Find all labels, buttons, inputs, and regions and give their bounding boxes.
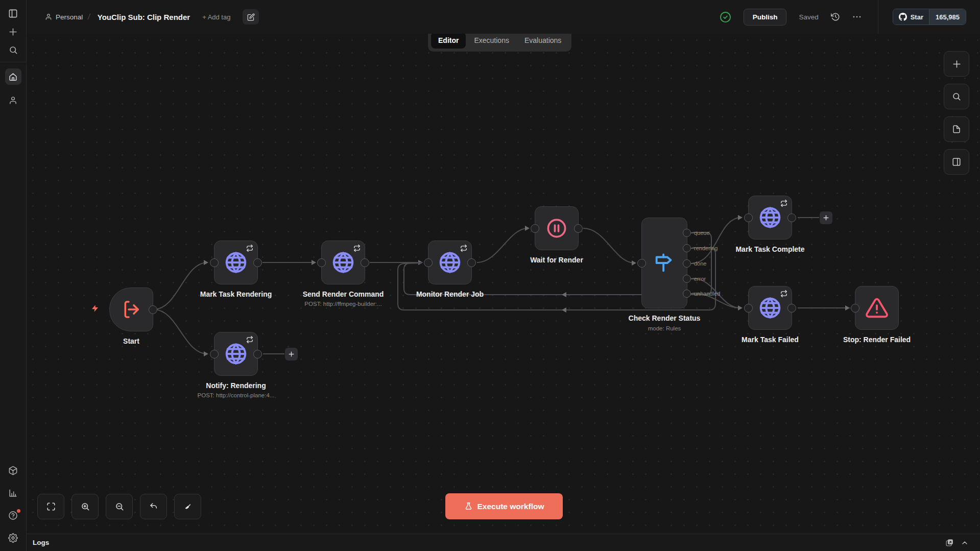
input-port[interactable] — [851, 304, 859, 313]
output-port-rendering[interactable]: rendering — [683, 244, 718, 252]
workspace-crumb[interactable]: Personal — [45, 13, 83, 21]
edge-start-to-mark-rendering[interactable] — [154, 262, 207, 309]
file-icon — [952, 125, 961, 134]
port-dot[interactable] — [683, 244, 691, 252]
node-mark-task-complete[interactable]: Mark Task Complete — [748, 196, 792, 239]
zoom-to-fit-button[interactable] — [37, 494, 64, 519]
input-port[interactable] — [531, 224, 539, 233]
add-node-button[interactable] — [820, 211, 832, 224]
output-port[interactable] — [574, 224, 583, 233]
create-new-button[interactable] — [8, 27, 18, 37]
node-start[interactable]: Start — [109, 288, 153, 331]
node-monitor-render-job[interactable]: Monitor Render Job — [428, 241, 472, 284]
bar-chart-icon — [8, 488, 18, 498]
sidebar-item-help[interactable] — [8, 511, 18, 520]
left-sidebar — [0, 0, 27, 551]
add-node-button[interactable] — [285, 348, 298, 361]
publish-button[interactable]: Publish — [744, 9, 787, 26]
input-port[interactable] — [210, 350, 219, 358]
node-notify-rendering[interactable]: Notify: Rendering POST: http://control-p… — [214, 332, 258, 376]
output-port[interactable] — [253, 258, 262, 267]
breadcrumb: Personal / YouClip Sub: Clip Render + Ad… — [27, 9, 259, 25]
output-port-queue[interactable]: queue — [683, 229, 710, 237]
input-port[interactable] — [424, 258, 433, 267]
sidebar-item-templates[interactable] — [8, 466, 18, 475]
sticky-note-button[interactable] — [944, 116, 969, 142]
output-label: rendering — [694, 245, 718, 251]
output-label: unhandled — [694, 291, 720, 297]
sidebar-item-home[interactable] — [5, 68, 21, 85]
output-port-done[interactable]: done — [683, 259, 706, 268]
retry-icon — [780, 200, 787, 207]
output-port[interactable] — [467, 258, 476, 267]
edge-arrow — [204, 260, 208, 265]
node-wait-for-render[interactable]: Wait for Render — [535, 206, 579, 250]
output-port[interactable] — [787, 213, 796, 222]
undo-button[interactable] — [140, 494, 167, 519]
open-logs-window-icon[interactable] — [945, 538, 954, 547]
output-port[interactable] — [361, 258, 369, 267]
port-dot[interactable] — [683, 290, 691, 298]
port-dot[interactable] — [683, 275, 691, 283]
toggle-panel-button[interactable] — [944, 149, 969, 175]
node-check-render-status[interactable]: queue rendering done error unhandled Che… — [641, 218, 687, 308]
node-stop-render-failed[interactable]: Stop: Render Failed — [855, 286, 899, 330]
plus-icon — [823, 214, 829, 221]
tab-editor[interactable]: Editor — [431, 32, 466, 49]
output-port-unhandled[interactable]: unhandled — [683, 290, 720, 298]
edge-arrow — [525, 226, 530, 231]
tidy-up-button[interactable] — [174, 494, 201, 519]
more-options-icon[interactable] — [852, 12, 862, 21]
edges-layer — [0, 0, 980, 551]
tab-executions[interactable]: Executions — [467, 32, 516, 49]
input-port[interactable] — [637, 259, 646, 268]
history-icon[interactable] — [831, 12, 840, 21]
node-send-render-command[interactable]: Send Render Command POST: http://ffmpeg-… — [321, 241, 365, 284]
sidebar-toggle-button[interactable] — [8, 9, 18, 18]
plus-icon — [952, 59, 962, 69]
sidebar-item-personal[interactable] — [9, 96, 17, 105]
canvas-bottom-toolbar — [37, 494, 201, 519]
zoom-out-button[interactable] — [106, 494, 133, 519]
github-star-button[interactable]: Star 165,985 — [893, 9, 966, 25]
node-label: Monitor Render Job — [416, 290, 484, 298]
output-port-error[interactable]: error — [683, 275, 706, 283]
input-port[interactable] — [210, 258, 219, 267]
node-search-button[interactable] — [944, 84, 969, 109]
tab-evaluations[interactable]: Evaluations — [517, 32, 568, 49]
sidebar-item-insights[interactable] — [8, 488, 18, 498]
node-label: Wait for Render — [530, 256, 583, 264]
edge-wait-to-check[interactable] — [583, 228, 635, 263]
logs-panel-header[interactable]: Logs — [27, 534, 980, 551]
add-tag-button[interactable]: + Add tag — [202, 13, 230, 21]
output-port[interactable] — [253, 350, 262, 358]
edge-done-to-complete[interactable] — [692, 218, 741, 263]
workflow-title[interactable]: YouClip Sub: Clip Render — [98, 13, 190, 21]
edge-arrow — [312, 260, 316, 265]
port-dot[interactable] — [683, 259, 691, 268]
retry-icon — [246, 245, 253, 252]
zoom-in-button[interactable] — [71, 494, 99, 519]
port-dot[interactable] — [683, 229, 691, 237]
search-button[interactable] — [9, 45, 18, 55]
globe-icon — [758, 206, 782, 229]
panel-left-icon — [8, 9, 18, 18]
output-port[interactable] — [149, 305, 157, 314]
add-node-panel-button[interactable] — [944, 51, 969, 77]
edge-monitor-to-wait[interactable] — [477, 228, 528, 262]
output-port[interactable] — [787, 304, 796, 313]
node-mark-task-failed[interactable]: Mark Task Failed — [748, 286, 792, 330]
github-star-label: Star — [911, 13, 923, 21]
input-port[interactable] — [317, 258, 326, 267]
rename-workflow-button[interactable] — [243, 9, 259, 25]
sidebar-item-settings[interactable] — [8, 533, 18, 543]
input-port[interactable] — [744, 304, 753, 313]
execute-workflow-button[interactable]: Execute workflow — [445, 493, 563, 519]
expand-logs-chevron-icon[interactable] — [961, 539, 969, 547]
globe-icon — [224, 251, 248, 274]
edge-start-to-notify[interactable] — [154, 309, 207, 354]
input-port[interactable] — [744, 213, 753, 222]
github-section: Star 165,985 — [878, 0, 980, 34]
retry-icon — [780, 290, 787, 297]
node-mark-task-rendering[interactable]: Mark Task Rendering — [214, 241, 258, 284]
